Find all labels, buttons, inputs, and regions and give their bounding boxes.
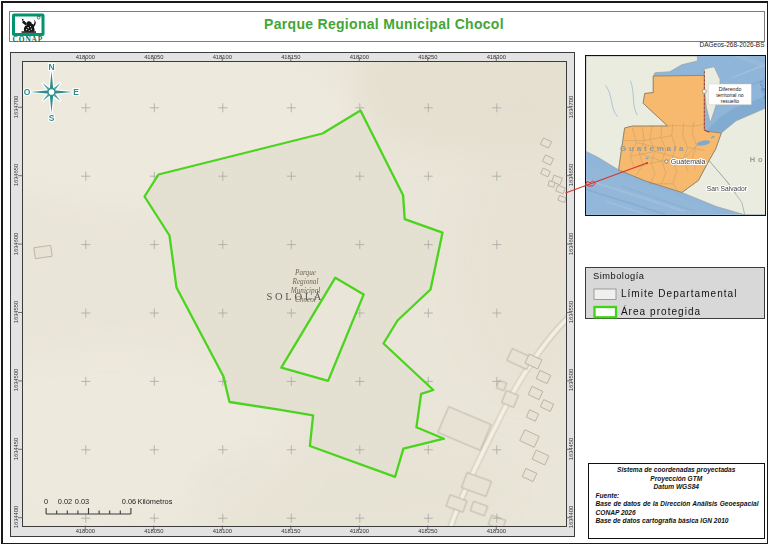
svg-text:Ho: Ho — [749, 155, 765, 164]
svg-text:San Salvador: San Salvador — [706, 185, 747, 192]
svg-text:resuelto: resuelto — [720, 98, 739, 104]
